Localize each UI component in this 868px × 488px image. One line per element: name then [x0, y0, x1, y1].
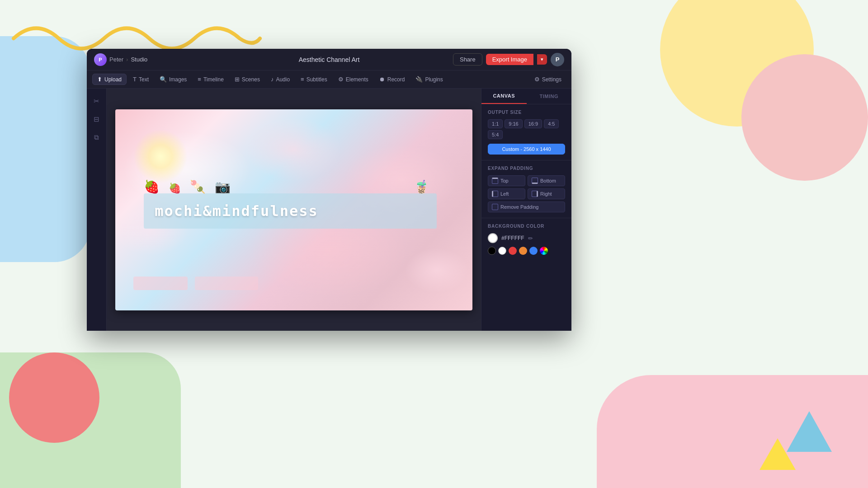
padding-top-label: Top — [500, 178, 509, 183]
toolbar-timeline[interactable]: ≡ Timeline — [193, 74, 228, 84]
sidebar-btn-crop[interactable]: ✂ — [90, 94, 104, 108]
padding-btn-right[interactable]: Right — [528, 188, 565, 199]
size-btn-9-16[interactable]: 9:16 — [505, 119, 522, 128]
padding-left-icon — [492, 191, 498, 197]
padding-btn-bottom[interactable]: Bottom — [528, 175, 565, 186]
canvas-icon-strawberry2: 🍓 — [169, 183, 181, 194]
left-sidebar: ✂ ⊟ ⧉ — [87, 89, 107, 331]
toolbar-plugins[interactable]: 🔌 Plugins — [411, 74, 447, 84]
toolbar-scenes[interactable]: ⊞ Scenes — [230, 74, 264, 84]
padding-btn-top[interactable]: Top — [488, 175, 525, 186]
app-header: P Peter › Studio Aesthetic Channel Art S… — [87, 49, 571, 70]
size-btn-16-9[interactable]: 16:9 — [524, 119, 542, 128]
settings-icon: ⚙ — [534, 76, 540, 83]
audio-icon: ♪ — [271, 76, 274, 83]
swatch-orange[interactable] — [519, 247, 527, 255]
toolbar-elements[interactable]: ⚙ Elements — [334, 74, 373, 84]
color-preview — [488, 233, 498, 243]
profile-button[interactable]: P — [551, 53, 564, 66]
toolbar-plugins-label: Plugins — [425, 76, 443, 83]
canvas-icon-drink: 🧋 — [414, 179, 429, 194]
padding-bottom-label: Bottom — [540, 178, 556, 183]
settings-button[interactable]: ⚙ Settings — [530, 74, 566, 84]
size-btn-4-5[interactable]: 4:5 — [544, 119, 559, 128]
toolbar-upload[interactable]: ⬆ Upload — [92, 74, 127, 85]
toolbar-upload-label: Upload — [104, 76, 122, 83]
canvas-icon-lollipop: 🍡 — [190, 179, 206, 194]
canvas-sun — [133, 129, 188, 183]
user-avatar: P — [94, 53, 107, 66]
elements-icon: ⚙ — [338, 76, 344, 83]
padding-buttons: Top Bottom Left Right — [488, 175, 565, 199]
toolbar-elements-label: Elements — [346, 76, 368, 83]
color-picker-icon[interactable]: ✏ — [528, 235, 533, 242]
size-btn-1-1[interactable]: 1:1 — [488, 119, 503, 128]
expand-padding-section: EXPAND PADDING Top Bottom Left — [481, 160, 571, 218]
breadcrumb-studio[interactable]: Studio — [131, 56, 147, 63]
swatch-black[interactable] — [488, 247, 496, 255]
color-hex-value: #FFFFFF — [501, 235, 524, 241]
share-button[interactable]: Share — [453, 53, 482, 66]
background-color-section: BACKGROUND COLOR #FFFFFF ✏ — [481, 218, 571, 260]
toolbar-audio[interactable]: ♪ Audio — [266, 74, 294, 84]
canvas-area[interactable]: 🍓 🍓 🍡 📷 🧋 mochi&mindfulness — [107, 89, 481, 331]
toolbar-images[interactable]: 🔍 Images — [155, 74, 191, 84]
settings-label: Settings — [542, 76, 561, 83]
output-size-section: OUTPUT SIZE 1:1 9:16 16:9 4:5 5:4 Custom… — [481, 104, 571, 160]
padding-right-icon — [532, 191, 538, 197]
app-main: ✂ ⊟ ⧉ 🍓 🍓 🍡 📷 🧋 — [87, 89, 571, 331]
breadcrumb-user[interactable]: Peter — [109, 56, 123, 63]
expand-padding-title: EXPAND PADDING — [488, 166, 565, 171]
canvas-text: mochi&mindfulness — [155, 202, 318, 220]
size-btn-custom[interactable]: Custom - 2560 x 1440 — [488, 144, 565, 155]
output-size-title: OUTPUT SIZE — [488, 110, 565, 115]
remove-padding-button[interactable]: Remove Padding — [488, 202, 565, 212]
canvas-banner: mochi&mindfulness — [144, 193, 437, 229]
toolbar-scenes-label: Scenes — [242, 76, 260, 83]
padding-right-label: Right — [540, 191, 552, 197]
toolbar-record[interactable]: ⏺ Record — [375, 74, 410, 84]
header-actions: Share Export Image ▾ P — [453, 53, 564, 66]
sidebar-btn-copy[interactable]: ⧉ — [90, 130, 104, 145]
toolbar-text-label: Text — [139, 76, 149, 83]
scenes-icon: ⊞ — [235, 76, 240, 83]
swatch-rainbow[interactable] — [540, 247, 548, 255]
padding-btn-left[interactable]: Left — [488, 188, 525, 199]
toolbar-subtitles-label: Subtitles — [307, 76, 327, 83]
right-panel: CANVAS TIMING OUTPUT SIZE 1:1 9:16 16:9 … — [481, 89, 571, 331]
toolbar-record-label: Record — [387, 76, 405, 83]
swatch-white[interactable] — [498, 247, 506, 255]
canvas-icon-camera: 📷 — [215, 179, 231, 194]
canvas-icon-strawberry1: 🍓 — [144, 179, 160, 194]
text-icon: T — [133, 76, 137, 83]
swatch-red[interactable] — [509, 247, 517, 255]
size-buttons: 1:1 9:16 16:9 4:5 5:4 — [488, 119, 565, 139]
padding-bottom-icon — [532, 178, 538, 184]
export-dropdown-button[interactable]: ▾ — [537, 54, 547, 65]
canvas-wrapper: 🍓 🍓 🍡 📷 🧋 mochi&mindfulness — [115, 109, 472, 310]
upload-icon: ⬆ — [97, 76, 102, 83]
canvas-background: 🍓 🍓 🍡 📷 🧋 mochi&mindfulness — [115, 109, 472, 310]
canvas-rect-2 — [195, 277, 258, 290]
canvas-rect-1 — [133, 277, 188, 290]
tab-timing[interactable]: TIMING — [527, 89, 572, 104]
toolbar-images-label: Images — [169, 76, 187, 83]
canvas-icons: 🍓 🍓 🍡 📷 — [144, 179, 231, 194]
panel-tabs: CANVAS TIMING — [481, 89, 571, 104]
app-window: P Peter › Studio Aesthetic Channel Art S… — [87, 49, 571, 331]
padding-top-icon — [492, 178, 498, 184]
export-button[interactable]: Export Image — [486, 54, 533, 65]
toolbar-audio-label: Audio — [276, 76, 290, 83]
sidebar-btn-layers[interactable]: ⊟ — [90, 112, 104, 127]
toolbar-text[interactable]: T Text — [128, 74, 153, 84]
toolbar-timeline-label: Timeline — [203, 76, 224, 83]
toolbar: ⬆ Upload T Text 🔍 Images ≡ Timeline ⊞ Sc… — [87, 70, 571, 89]
bg-color-row: #FFFFFF ✏ — [488, 233, 565, 243]
tab-canvas[interactable]: CANVAS — [481, 89, 527, 104]
toolbar-subtitles[interactable]: ≡ Subtitles — [296, 74, 332, 84]
subtitles-icon: ≡ — [301, 76, 304, 83]
remove-padding-label: Remove Padding — [500, 204, 538, 210]
size-btn-5-4[interactable]: 5:4 — [488, 130, 503, 139]
swatch-blue[interactable] — [529, 247, 538, 255]
record-icon: ⏺ — [379, 76, 385, 83]
